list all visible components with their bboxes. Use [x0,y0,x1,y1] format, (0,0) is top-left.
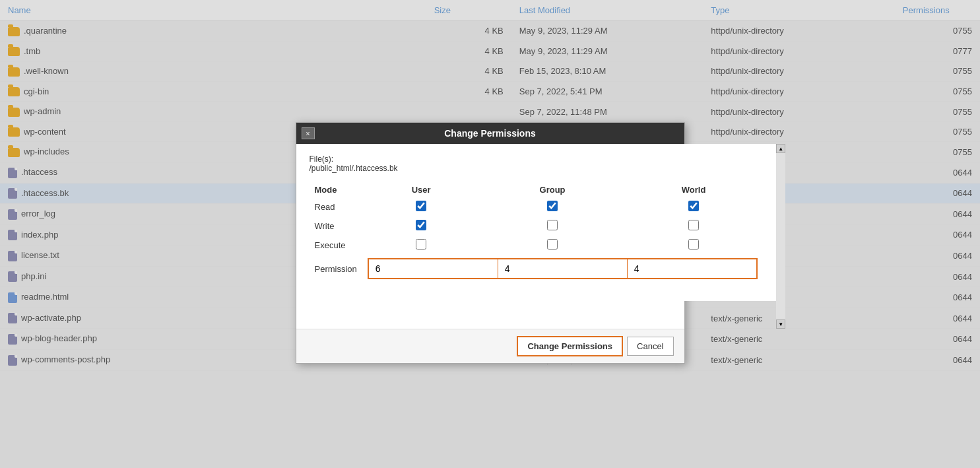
permission-inputs-wrapper [368,258,758,279]
read-user-checkbox[interactable] [416,201,426,211]
perm-row-read: Read [310,197,763,217]
execute-world-checkbox[interactable] [688,239,699,250]
permission-label: Permission [310,255,362,283]
file-label: File(s): [310,154,334,164]
permission-world-input[interactable] [628,259,756,278]
modal-overlay: × Change Permissions File(s): /public_ht… [0,0,980,468]
file-manager: Name Size Last Modified Type Permissions… [0,0,980,468]
dialog-title: Change Permissions [444,128,536,139]
execute-label: Execute [310,236,362,255]
dialog-content-area: File(s): /public_html/.htaccess.bk Mode … [296,144,684,329]
read-label: Read [310,197,362,217]
write-user-checkbox[interactable] [416,220,426,230]
col-mode: Mode [310,182,362,197]
permission-user-input[interactable] [369,259,498,278]
change-permissions-dialog: × Change Permissions File(s): /public_ht… [296,122,685,364]
col-user: User [362,182,480,197]
perm-row-write: Write [310,217,763,236]
perm-row-execute: Execute [310,236,763,255]
scrollbar-down-button[interactable]: ▼ [776,319,785,329]
perm-row-permission: Permission [310,255,763,283]
scrollbar-thumb-area [776,153,785,319]
col-world: World [624,182,762,197]
write-label: Write [310,217,362,236]
permissions-table: Mode User Group World Read [310,182,763,283]
scrollbar-up-button[interactable]: ▲ [776,144,785,153]
read-group-checkbox[interactable] [547,201,558,211]
write-world-checkbox[interactable] [688,220,699,230]
dialog-titlebar: × Change Permissions [296,123,684,144]
dialog-close-button[interactable]: × [302,127,315,139]
close-icon: × [306,129,310,137]
dialog-body: File(s): /public_html/.htaccess.bk Mode … [296,144,776,301]
col-group: Group [480,182,625,197]
dialog-filepath: File(s): /public_html/.htaccess.bk [310,154,763,173]
execute-user-checkbox[interactable] [416,239,426,250]
dialog-scrollbar[interactable]: ▲ ▼ [776,144,785,329]
cancel-button[interactable]: Cancel [627,337,673,356]
change-permissions-button[interactable]: Change Permissions [517,336,623,356]
file-path: /public_html/.htaccess.bk [310,164,398,173]
permission-group-input[interactable] [498,259,627,278]
write-group-checkbox[interactable] [547,220,558,230]
dialog-footer: Change Permissions Cancel [296,329,684,363]
read-world-checkbox[interactable] [688,201,699,211]
execute-group-checkbox[interactable] [547,239,558,250]
dialog-main-content: File(s): /public_html/.htaccess.bk Mode … [296,144,776,329]
